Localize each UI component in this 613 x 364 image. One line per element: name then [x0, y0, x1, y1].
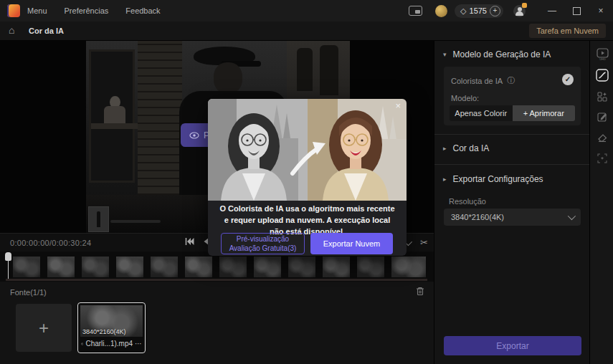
filmstrip-thumbnail[interactable]	[254, 257, 281, 277]
section-color-header[interactable]: ▸ Cor da IA	[443, 143, 489, 153]
credits-pill[interactable]: ◇ 1575 +	[455, 4, 503, 18]
timeline-right-tools: ✂	[404, 237, 428, 248]
cloud-task-button[interactable]: Tarefa em Nuvem	[529, 24, 606, 38]
filmstrip-thumbnail[interactable]	[323, 257, 350, 277]
filmstrip-thumbnail[interactable]	[357, 257, 384, 277]
section-export-header[interactable]: ▸ Exportar Configurações	[443, 174, 543, 184]
maximize-button[interactable]	[564, 0, 589, 21]
filmstrip-thumbnail[interactable]	[151, 257, 178, 277]
resolution-label: Resolução	[449, 197, 486, 206]
option-aprimorar[interactable]: + Aprimorar	[513, 105, 576, 121]
pip-thumbnail	[88, 206, 109, 232]
menubar: Menu Preferências Feedback	[27, 0, 161, 21]
skip-start-icon[interactable]	[185, 237, 194, 246]
colorista-row: Colorista de IA ⓘ	[451, 75, 515, 86]
feedback-button[interactable]: Feedback	[125, 6, 160, 15]
ai-color-icon[interactable]	[596, 69, 609, 82]
close-button[interactable]: ×	[589, 0, 613, 21]
export-button[interactable]: Exportar	[444, 336, 581, 355]
svg-text:UHD: UHD	[599, 57, 606, 59]
modal-close-icon[interactable]: ×	[395, 100, 401, 111]
before-after-image	[208, 99, 407, 201]
media-item-filename: Charli...1).mp4	[85, 340, 133, 348]
eraser-icon[interactable]	[596, 131, 609, 144]
section-model-header[interactable]: ▾ Modelo de Geração de IA	[443, 49, 551, 59]
section-model-title: Modelo de Geração de IA	[453, 49, 551, 59]
eye-icon	[189, 132, 199, 139]
scene-figure	[297, 48, 313, 91]
option-apenas-colorir[interactable]: Apenas Colorir	[450, 105, 513, 121]
home-icon[interactable]: ⌂	[9, 24, 14, 36]
source-label: Fonte(1/1)	[10, 288, 47, 297]
media-item-footer: Charli...1).mp4 ⋯	[81, 340, 143, 348]
minimize-button[interactable]: —	[540, 0, 564, 21]
section-export-title: Exportar Configurações	[453, 174, 543, 184]
selected-check-icon[interactable]: ✓	[562, 74, 574, 85]
titlebar: Menu Preferências Feedback ◇ 1575 + — ×	[0, 0, 613, 21]
filmstrip-thumbnail[interactable]	[219, 257, 247, 277]
model-label: Modelo:	[451, 94, 479, 102]
tool-rail: UHD	[589, 41, 613, 364]
add-credits-icon[interactable]: +	[490, 6, 500, 16]
filmstrip-thumbnail[interactable]	[116, 257, 143, 277]
add-media-button[interactable]: +	[16, 304, 72, 352]
chevron-right-icon: ▸	[443, 176, 447, 183]
watermark-text	[110, 220, 161, 223]
tabbar: ⌂ Cor da IA Tarefa em Nuvem	[0, 21, 613, 41]
transport-controls	[185, 237, 209, 246]
modal-preview-button[interactable]: Pré-visualização Avaliação Gratuita(3)	[221, 233, 305, 254]
chevron-down-icon	[568, 212, 576, 220]
filmstrip-thumbnail[interactable]	[82, 257, 109, 277]
preferences-button[interactable]: Preferências	[65, 6, 109, 15]
filmstrip-thumbnail[interactable]	[47, 257, 75, 277]
scene-window	[89, 49, 135, 183]
section-color-title: Cor da IA	[453, 143, 490, 153]
filmstrip-thumbnail[interactable]	[185, 257, 212, 277]
tab-cor-da-ia[interactable]: Cor da IA	[29, 27, 64, 35]
modal-preview-line2: Avaliação Gratuita(3)	[229, 244, 297, 254]
scene-man-head	[214, 62, 242, 94]
resolution-value: 3840*2160(4K)	[451, 213, 504, 221]
diamond-icon: ◇	[460, 6, 466, 16]
modal-preview-line1: Pré-visualização	[237, 234, 289, 244]
resolution-dropdown[interactable]: 3840*2160(4K)	[444, 209, 581, 226]
notification-badge	[522, 3, 527, 8]
colorista-label: Colorista de IA	[451, 77, 503, 85]
divider	[434, 134, 590, 135]
filmstrip-thumbnail[interactable]	[391, 257, 426, 277]
frame-interpolation-icon[interactable]	[596, 90, 609, 103]
colorista-modal: × O Colorista de IA usa o algoritmo mais…	[208, 99, 407, 256]
colorista-card: Colorista de IA ⓘ ✓ Modelo: Apenas Color…	[444, 67, 581, 125]
model-segmented-control: Apenas Colorir + Aprimorar	[450, 105, 575, 121]
chevron-right-icon: ▸	[443, 145, 447, 152]
user-notification-icon[interactable]	[513, 5, 526, 17]
filmstrip-thumbnail[interactable]	[13, 257, 40, 277]
media-item-card[interactable]: 3840*2160(4K) Charli...1).mp4 ⋯	[77, 302, 146, 353]
edit-pencil-icon[interactable]	[596, 110, 609, 123]
timeline-track-base	[6, 279, 427, 281]
app-logo-icon	[7, 4, 20, 17]
media-bin: Fonte(1/1) + 3840*2160(4K) Charli...1).m…	[0, 282, 434, 364]
modal-export-cloud-button[interactable]: Exportar Nuvem	[310, 233, 393, 254]
menu-button[interactable]: Menu	[27, 6, 47, 15]
settings-panel: ▾ Modelo de Geração de IA Colorista de I…	[434, 41, 590, 364]
credits-count: 1575	[470, 6, 487, 15]
titlebar-right-cluster: ◇ 1575 + — ×	[409, 0, 613, 21]
playhead-line	[8, 260, 9, 281]
smart-select-icon[interactable]	[596, 152, 609, 165]
account-avatar[interactable]	[435, 5, 447, 17]
divider	[434, 164, 590, 165]
mini-player-icon[interactable]	[409, 6, 422, 16]
app-window: Menu Preferências Feedback ◇ 1575 + — × …	[0, 0, 613, 364]
scene-windowsill	[91, 123, 138, 129]
scissors-icon[interactable]: ✂	[420, 237, 428, 248]
more-options-icon[interactable]: ⋯	[135, 340, 143, 348]
video-enhance-icon[interactable]: UHD	[596, 47, 609, 60]
clock-icon	[81, 340, 83, 348]
timeline-filmstrip	[0, 252, 434, 282]
trash-icon[interactable]	[416, 287, 424, 297]
info-icon[interactable]: ⓘ	[507, 75, 515, 86]
scene-figure	[104, 106, 125, 125]
modal-export-label: Exportar Nuvem	[323, 239, 380, 248]
filmstrip-thumbnail[interactable]	[288, 257, 315, 277]
